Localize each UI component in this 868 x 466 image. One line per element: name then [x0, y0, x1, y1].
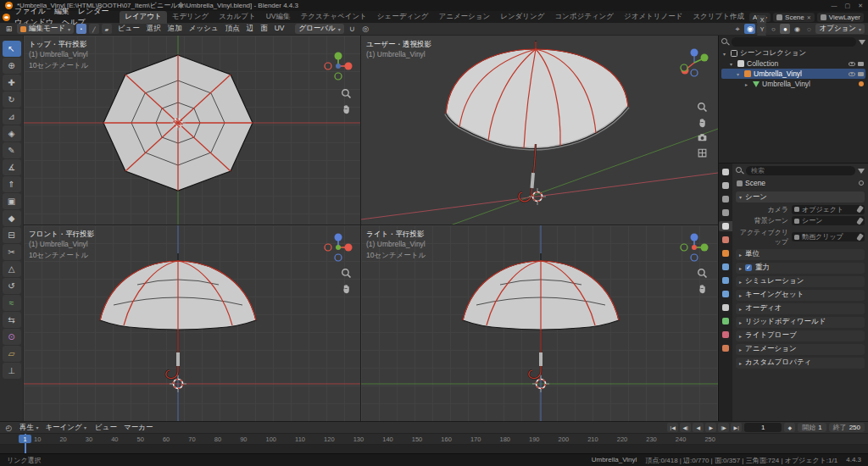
tool-button[interactable]: △ — [3, 261, 21, 277]
properties-search-input[interactable] — [746, 166, 855, 175]
eyedropper-icon[interactable] — [856, 205, 864, 213]
workspace-tab[interactable]: コンポジティング — [549, 11, 619, 24]
workspace-tab[interactable]: スカルプト — [214, 11, 261, 24]
shading-material-button[interactable]: ◉ — [792, 24, 802, 34]
tool-button[interactable]: ⇑ — [3, 176, 21, 192]
timeline-menu-item[interactable]: マーカー — [120, 423, 156, 431]
toggle-ortho-icon[interactable] — [697, 147, 708, 158]
workspace-tab[interactable]: ジオメトリノード — [619, 11, 687, 24]
viewport-menu-item[interactable]: 選択 — [143, 24, 164, 32]
tool-button[interactable]: ✂ — [3, 244, 21, 260]
current-frame-field[interactable]: 1 — [744, 423, 782, 432]
properties-tab[interactable] — [719, 235, 732, 245]
properties-tab[interactable] — [719, 248, 732, 258]
viewport-menu-item[interactable]: 面 — [257, 24, 271, 32]
timeline-track[interactable] — [0, 445, 868, 453]
blender-menu-icon[interactable] — [3, 14, 10, 21]
properties-tab[interactable] — [719, 343, 732, 353]
frame-start-field[interactable]: 開始1 — [798, 423, 826, 432]
transport-button[interactable]: |◀ — [667, 423, 678, 432]
tool-button[interactable]: ⊙ — [3, 329, 21, 345]
tool-button[interactable]: ✎ — [3, 142, 21, 158]
workspace-tab[interactable]: シェーディング — [372, 11, 434, 24]
workspace-tab[interactable]: レイアウト — [120, 11, 167, 24]
auto-keying-icon[interactable]: ◆ — [784, 423, 795, 432]
tool-button[interactable]: ⊿ — [3, 108, 21, 125]
filter-icon[interactable] — [859, 40, 865, 45]
tool-button[interactable]: ↖ — [3, 41, 21, 57]
properties-tab[interactable] — [719, 316, 732, 326]
workspace-tab[interactable]: モデリング — [167, 11, 214, 24]
viewport-front-ortho[interactable]: フロント・平行投影 (1) Umbrella_Vinyl 10センチメートル — [24, 225, 360, 421]
tool-button[interactable]: ⊥ — [3, 363, 21, 379]
properties-tab[interactable] — [719, 180, 732, 191]
collapsed-section[interactable]: ▸アニメーション — [736, 344, 865, 355]
zoom-icon[interactable] — [697, 102, 708, 113]
mirror-axis-button[interactable]: X — [757, 15, 766, 25]
transport-button[interactable]: ▶| — [731, 423, 742, 432]
properties-tab[interactable] — [719, 194, 732, 204]
pin-icon[interactable] — [859, 180, 864, 186]
collapsed-section[interactable]: ▸ライトプローブ — [736, 330, 865, 341]
render-camera-icon[interactable] — [858, 62, 864, 66]
outliner-search-input[interactable] — [732, 37, 856, 47]
maximize-button[interactable]: ▢ — [845, 3, 851, 9]
id-selector-field[interactable]: オブジェクト — [792, 205, 865, 214]
outliner-row-object[interactable]: ▾ Umbrella_Vinyl — [721, 69, 865, 79]
face-select-mode-button[interactable]: ▰ — [102, 24, 112, 34]
outliner-row-collection[interactable]: ▾ Collection — [721, 58, 865, 69]
transport-button[interactable]: ◀ — [693, 423, 704, 432]
overlays-icon[interactable]: ◉ — [744, 24, 755, 34]
tool-button[interactable]: ⊟ — [3, 227, 21, 243]
collapsed-section[interactable]: ▸シミュレーション — [736, 276, 865, 287]
tool-button[interactable]: ⊕ — [3, 58, 21, 74]
timeline-editor-icon[interactable]: ◴ — [3, 423, 14, 433]
tool-button[interactable]: ⇆ — [3, 312, 21, 328]
tool-button[interactable]: ◈ — [3, 125, 21, 141]
section-gravity[interactable]: ▸ ✓ 重力 — [736, 263, 865, 274]
tool-button[interactable]: ∡ — [3, 159, 21, 175]
menu-item[interactable]: ファイル — [10, 7, 50, 15]
viewport-right-ortho[interactable]: ライト・平行投影 (1) Umbrella_Vinyl 10センチメートル — [361, 225, 718, 421]
edge-select-mode-button[interactable]: ╱ — [89, 24, 99, 34]
tool-button[interactable]: ↺ — [3, 278, 21, 294]
transport-button[interactable]: |▶ — [718, 423, 729, 432]
visibility-eye-icon[interactable] — [849, 62, 855, 66]
pan-hand-icon[interactable] — [697, 283, 708, 294]
editor-type-icon[interactable]: ⊞ — [3, 24, 14, 34]
eyedropper-icon[interactable] — [856, 217, 864, 225]
timeline-menu-item[interactable]: ビュー — [92, 423, 120, 431]
properties-tab[interactable] — [719, 330, 732, 340]
show-gizmo-icon[interactable]: ⌖ — [732, 24, 743, 34]
gravity-checkbox[interactable]: ✓ — [745, 264, 752, 271]
workspace-tab[interactable]: テクスチャペイント — [296, 11, 372, 24]
viewport-menu-item[interactable]: メッシュ — [186, 24, 222, 32]
timeline-menu-item[interactable]: キーイング ▾ — [42, 423, 90, 431]
workspace-tab[interactable]: UV編集 — [261, 11, 296, 24]
snap-magnet-icon[interactable]: ∪ — [347, 24, 358, 34]
frame-end-field[interactable]: 終了250 — [829, 423, 865, 432]
tool-button[interactable]: ▣ — [3, 193, 21, 209]
pan-hand-icon[interactable] — [697, 117, 708, 128]
collapsed-section[interactable]: ▸単位 — [736, 249, 865, 260]
proportional-editing-icon[interactable]: ◎ — [360, 24, 371, 34]
properties-tab[interactable] — [719, 302, 732, 313]
collapsed-section[interactable]: ▸カスタムプロパティ — [736, 358, 865, 369]
zoom-icon[interactable] — [697, 268, 708, 279]
transport-button[interactable]: ◀| — [680, 423, 691, 432]
mirror-axis-button[interactable]: Y — [757, 25, 766, 34]
shading-wireframe-button[interactable]: ○ — [768, 24, 778, 34]
zoom-icon[interactable] — [341, 88, 352, 99]
tool-button[interactable]: ◆ — [3, 210, 21, 226]
outliner-row-mesh-data[interactable]: ▸ Umbrella_Vinyl — [721, 79, 865, 89]
navigation-gizmo[interactable] — [677, 230, 711, 264]
viewport-menu-item[interactable]: 追加 — [164, 24, 186, 32]
timeline-ruler[interactable]: 1020304050607080901001101201301401501601… — [0, 434, 868, 445]
workspace-tab[interactable]: アニメーション — [434, 11, 496, 24]
menu-item[interactable]: 編集 — [50, 7, 74, 15]
properties-tab[interactable] — [719, 167, 732, 177]
workspace-tab[interactable]: レンダリング — [495, 11, 549, 24]
pan-hand-icon[interactable] — [341, 103, 352, 114]
shading-solid-button[interactable]: ● — [780, 24, 790, 34]
collapsed-section[interactable]: ▸キーイングセット — [736, 290, 865, 301]
